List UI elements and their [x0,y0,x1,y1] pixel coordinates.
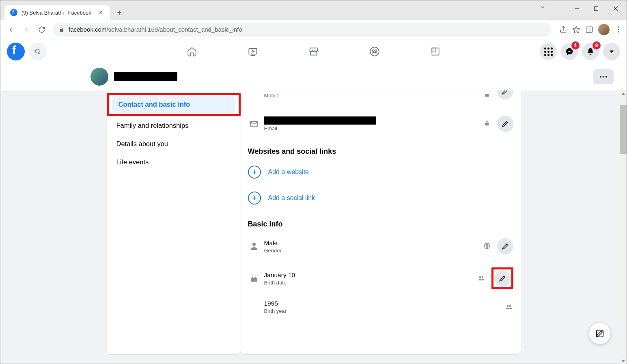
sidebar-item-family[interactable]: Family and relationships [110,117,237,134]
messenger-icon [565,47,573,56]
svg-rect-1 [595,7,598,11]
add-social-label: Add a social link [268,194,315,202]
nav-watch[interactable] [243,41,263,62]
browser-titlebar: (9) Selva Bharathi | Facebook × + [0,0,627,20]
caret-down-icon [608,47,616,56]
profile-picture[interactable] [90,68,108,86]
svg-point-30 [254,276,254,276]
plus-icon [248,192,261,205]
svg-line-9 [39,53,40,54]
lock-icon [59,27,65,32]
svg-marker-36 [622,93,625,95]
messenger-button[interactable]: 1 [561,43,578,60]
svg-point-27 [252,243,256,246]
window-maximize-button[interactable] [587,2,605,15]
about-sidebar: Contact and basic info Family and relati… [107,90,241,354]
url-text: facebook.com/selva.bharathi.169/about_co… [69,26,242,33]
email-value-redacted [264,116,376,125]
svg-point-32 [479,276,481,278]
compose-fab[interactable] [589,323,610,344]
svg-marker-18 [610,51,614,53]
vertical-scrollbar[interactable] [620,90,627,364]
add-social-row[interactable]: Add a social link [248,187,513,209]
nav-gaming[interactable] [425,41,446,62]
nav-home[interactable] [182,41,202,62]
profile-subheader [0,64,627,90]
sidebar-item-details[interactable]: Details about you [110,135,237,153]
svg-rect-38 [597,330,603,337]
tab-title: (9) Selva Bharathi | Facebook [22,10,91,16]
sidebar-item-life-events[interactable]: Life events [110,153,237,171]
plus-icon [248,166,261,179]
svg-rect-17 [432,48,436,52]
reload-button[interactable] [35,23,48,36]
birthdate-value: January 10 [264,271,478,279]
profile-more-button[interactable] [593,69,614,84]
svg-marker-5 [573,26,580,33]
new-tab-button[interactable]: + [113,8,125,20]
account-dropdown-button[interactable] [603,43,620,60]
svg-rect-16 [432,48,439,55]
svg-rect-6 [586,27,593,32]
svg-point-8 [35,49,39,53]
forward-button [20,23,33,36]
basic-info-section-title: Basic info [248,220,513,228]
grid-icon [544,47,553,56]
window-minimize-button[interactable] [567,2,586,15]
side-panel-icon[interactable] [585,26,593,34]
cake-icon [248,274,260,283]
browser-tab[interactable]: (9) Selva Bharathi | Facebook × [4,5,110,20]
person-icon [248,241,260,251]
facebook-logo[interactable] [7,43,25,60]
email-row: Email [248,112,513,136]
share-icon[interactable] [559,26,567,34]
menu-grid-button[interactable] [540,43,557,60]
svg-point-14 [372,50,374,52]
edit-mobile-button[interactable] [497,90,513,99]
svg-marker-37 [622,360,625,362]
chrome-menu-button[interactable] [614,26,623,32]
edit-email-button[interactable] [497,116,513,132]
tab-close-button[interactable]: × [97,9,104,16]
birthyear-row: 1995 Birth year [248,296,513,318]
chrome-profile-avatar[interactable] [598,24,610,35]
add-website-label: Add a website [268,168,309,176]
url-omnibox[interactable]: facebook.com/selva.bharathi.169/about_co… [53,23,551,37]
edit-gender-button[interactable] [497,238,513,254]
svg-point-31 [255,276,256,276]
birthyear-value: 1995 [264,300,505,307]
back-button[interactable] [4,23,17,36]
sidebar-item-contact-basic[interactable]: Contact and basic info [112,96,235,113]
nav-marketplace[interactable] [304,41,324,62]
email-label: Email [264,125,483,131]
add-website-row[interactable]: Add a website [248,162,513,183]
privacy-public-icon[interactable] [483,242,491,250]
scroll-up-arrow[interactable] [620,90,627,97]
notifications-button[interactable]: 9 [582,43,599,60]
scroll-down-arrow[interactable] [620,358,627,364]
gender-value: Male [264,239,483,247]
nav-groups[interactable] [364,41,385,62]
bookmark-star-icon[interactable] [572,26,580,34]
svg-point-34 [506,305,508,307]
birthdate-label: Birth date [264,280,478,286]
messenger-badge: 1 [571,41,580,50]
content-area: Contact and basic info Family and relati… [1,90,626,363]
scrollbar-thumb[interactable] [620,105,627,154]
privacy-lock-icon[interactable] [483,120,491,128]
facebook-center-nav [182,41,446,62]
mobile-row: Mobile [248,90,513,103]
mobile-label: Mobile [264,93,483,99]
privacy-friends-icon[interactable] [505,303,513,311]
window-close-button[interactable] [606,2,625,15]
svg-point-13 [370,47,379,56]
facebook-search-button[interactable] [29,43,47,60]
facebook-header: 1 9 [0,39,627,64]
websites-section-title: Websites and social links [248,147,513,156]
edit-birthdate-button[interactable] [494,270,511,286]
privacy-friends-icon[interactable] [478,274,486,282]
svg-rect-10 [249,48,257,54]
privacy-only-me-icon[interactable] [483,91,491,99]
tabs-dropdown-button[interactable] [540,4,545,12]
about-main-panel: Mobile Email [241,90,521,354]
